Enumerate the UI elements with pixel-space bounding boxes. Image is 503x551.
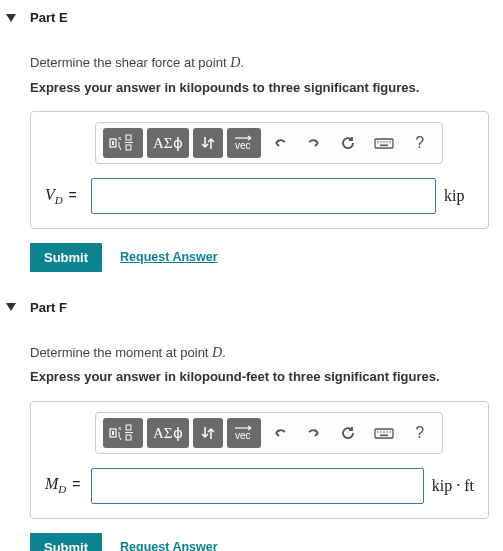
redo-icon bbox=[305, 424, 323, 442]
svg-point-10 bbox=[380, 141, 382, 143]
redo-button[interactable] bbox=[299, 418, 329, 448]
prompt-text: Determine the shear force at point D. bbox=[30, 53, 489, 73]
redo-button[interactable] bbox=[299, 128, 329, 158]
vec-button[interactable]: vec bbox=[227, 128, 261, 158]
actions-row: Submit Request Answer bbox=[30, 533, 489, 551]
keyboard-icon bbox=[373, 424, 395, 442]
redo-icon bbox=[305, 134, 323, 152]
part-body: Determine the moment at point D. Express… bbox=[0, 343, 503, 551]
svg-rect-20 bbox=[126, 435, 131, 440]
templates-button[interactable]: x bbox=[103, 128, 143, 158]
help-button[interactable]: ? bbox=[405, 418, 435, 448]
answer-row: VD = kip bbox=[45, 178, 474, 214]
svg-point-28 bbox=[389, 431, 391, 433]
reset-icon bbox=[339, 134, 357, 152]
part-f: Part F Determine the moment at point D. … bbox=[0, 290, 503, 551]
unit-label: kip bbox=[444, 187, 474, 205]
svg-point-9 bbox=[377, 141, 379, 143]
submit-button[interactable]: Submit bbox=[30, 533, 102, 551]
svg-rect-1 bbox=[112, 141, 114, 145]
svg-text:vec: vec bbox=[235, 140, 251, 151]
collapse-icon bbox=[6, 303, 16, 311]
svg-point-26 bbox=[383, 431, 385, 433]
variable-label: MD = bbox=[45, 475, 83, 495]
prompt-text: Determine the moment at point D. bbox=[30, 343, 489, 363]
keyboard-icon bbox=[373, 134, 395, 152]
vec-icon: vec bbox=[232, 424, 256, 442]
templates-icon: x bbox=[109, 134, 137, 152]
undo-button[interactable] bbox=[265, 128, 295, 158]
svg-text:x: x bbox=[118, 134, 122, 142]
prompt-point: D bbox=[230, 55, 240, 70]
request-answer-link[interactable]: Request Answer bbox=[120, 250, 217, 264]
vec-button[interactable]: vec bbox=[227, 418, 261, 448]
help-button[interactable]: ? bbox=[405, 128, 435, 158]
part-header[interactable]: Part E bbox=[0, 0, 503, 37]
express-text: Express your answer in kilopounds to thr… bbox=[30, 79, 489, 97]
greek-button[interactable]: ΑΣϕ bbox=[147, 128, 189, 158]
answer-row: MD = kip · ft bbox=[45, 468, 474, 504]
prompt-prefix: Determine the moment at point bbox=[30, 345, 212, 360]
request-answer-link[interactable]: Request Answer bbox=[120, 540, 217, 551]
prompt-suffix: . bbox=[222, 345, 226, 360]
svg-rect-5 bbox=[126, 145, 131, 150]
part-title: Part F bbox=[30, 300, 67, 315]
svg-text:x: x bbox=[118, 424, 122, 432]
variable-label: VD = bbox=[45, 186, 83, 206]
subscript-button[interactable] bbox=[193, 418, 223, 448]
prompt-suffix: . bbox=[240, 55, 244, 70]
answer-box: x ΑΣϕ bbox=[30, 111, 489, 229]
prompt-point: D bbox=[212, 345, 222, 360]
collapse-icon bbox=[6, 14, 16, 22]
svg-point-11 bbox=[383, 141, 385, 143]
part-header[interactable]: Part F bbox=[0, 290, 503, 327]
updown-icon bbox=[200, 134, 216, 152]
unit-label: kip · ft bbox=[432, 477, 474, 495]
vec-icon: vec bbox=[232, 134, 256, 152]
submit-button[interactable]: Submit bbox=[30, 243, 102, 272]
equation-toolbar: x ΑΣϕ bbox=[95, 122, 443, 164]
keyboard-button[interactable] bbox=[367, 418, 401, 448]
answer-input[interactable] bbox=[91, 468, 424, 504]
svg-text:vec: vec bbox=[235, 430, 251, 441]
keyboard-button[interactable] bbox=[367, 128, 401, 158]
subscript-button[interactable] bbox=[193, 128, 223, 158]
updown-icon bbox=[200, 424, 216, 442]
equation-toolbar: x ΑΣϕ bbox=[95, 412, 443, 454]
reset-button[interactable] bbox=[333, 128, 363, 158]
svg-point-25 bbox=[380, 431, 382, 433]
svg-rect-3 bbox=[126, 135, 131, 140]
svg-point-12 bbox=[386, 141, 388, 143]
templates-button[interactable]: x bbox=[103, 418, 143, 448]
svg-rect-29 bbox=[380, 434, 388, 436]
svg-rect-18 bbox=[126, 425, 131, 430]
greek-button[interactable]: ΑΣϕ bbox=[147, 418, 189, 448]
svg-rect-8 bbox=[375, 139, 393, 148]
part-body: Determine the shear force at point D. Ex… bbox=[0, 53, 503, 272]
undo-icon bbox=[271, 424, 289, 442]
reset-icon bbox=[339, 424, 357, 442]
undo-button[interactable] bbox=[265, 418, 295, 448]
svg-point-27 bbox=[386, 431, 388, 433]
svg-point-13 bbox=[389, 141, 391, 143]
actions-row: Submit Request Answer bbox=[30, 243, 489, 272]
part-e: Part E Determine the shear force at poin… bbox=[0, 0, 503, 272]
answer-input[interactable] bbox=[91, 178, 436, 214]
reset-button[interactable] bbox=[333, 418, 363, 448]
svg-rect-16 bbox=[112, 431, 114, 435]
svg-rect-23 bbox=[375, 429, 393, 438]
templates-icon: x bbox=[109, 424, 137, 442]
part-title: Part E bbox=[30, 10, 68, 25]
answer-box: x ΑΣϕ bbox=[30, 401, 489, 519]
prompt-prefix: Determine the shear force at point bbox=[30, 55, 230, 70]
express-text: Express your answer in kilopound-feet to… bbox=[30, 368, 489, 386]
svg-point-24 bbox=[377, 431, 379, 433]
undo-icon bbox=[271, 134, 289, 152]
svg-rect-14 bbox=[380, 144, 388, 146]
